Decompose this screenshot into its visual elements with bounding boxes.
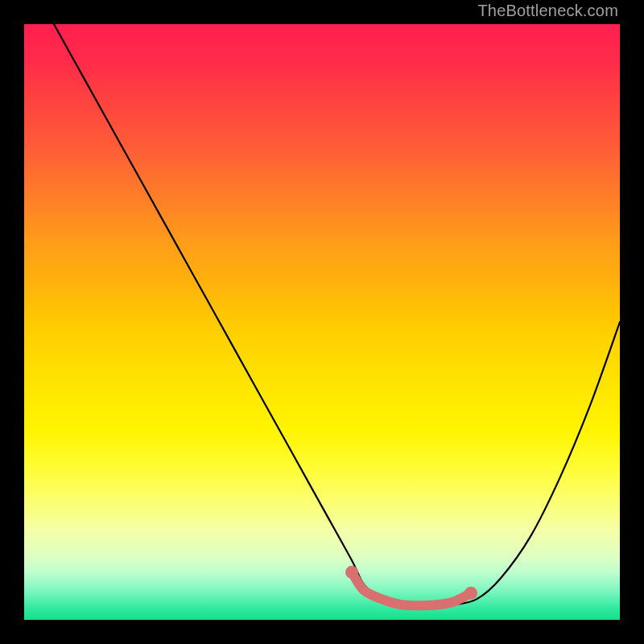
highlight-dot: [464, 587, 477, 600]
watermark-text: TheBottleneck.com: [477, 2, 618, 20]
chart-frame: TheBottleneck.com: [0, 0, 644, 644]
curve-svg: [24, 24, 620, 620]
plot-area: [24, 24, 620, 620]
highlight-segment: [352, 572, 471, 605]
bottleneck-curve: [54, 24, 620, 607]
highlight-dot: [345, 566, 358, 579]
